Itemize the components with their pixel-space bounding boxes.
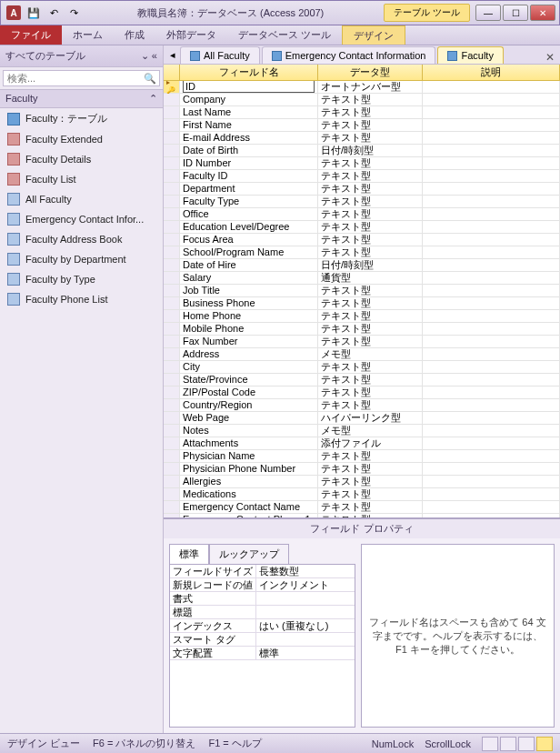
row-selector[interactable] bbox=[164, 399, 180, 411]
row-selector[interactable] bbox=[164, 132, 180, 144]
row-selector[interactable] bbox=[164, 145, 180, 156]
nav-item[interactable]: Faculty：テーブル bbox=[0, 108, 163, 129]
row-selector[interactable] bbox=[164, 412, 180, 424]
description-cell[interactable] bbox=[423, 234, 560, 246]
nav-item[interactable]: Faculty Phone List bbox=[0, 289, 163, 309]
field-name-cell[interactable]: Focus Area bbox=[180, 234, 318, 246]
data-type-cell[interactable]: テキスト型 bbox=[318, 196, 423, 207]
field-row[interactable]: Business Phoneテキスト型 bbox=[164, 297, 560, 310]
data-type-cell[interactable]: テキスト型 bbox=[318, 234, 423, 246]
field-name-cell[interactable]: City bbox=[180, 361, 318, 373]
nav-prev-icon[interactable]: ◂ bbox=[167, 46, 178, 64]
property-value[interactable]: はい (重複なし) bbox=[256, 619, 355, 632]
data-type-cell[interactable]: 通貨型 bbox=[318, 272, 423, 284]
field-row[interactable]: Education Level/Degreeテキスト型 bbox=[164, 221, 560, 234]
row-selector[interactable] bbox=[164, 374, 180, 386]
field-name-cell[interactable]: Salary bbox=[180, 272, 318, 284]
data-type-cell[interactable]: テキスト型 bbox=[318, 183, 423, 195]
field-name-cell[interactable]: Office bbox=[180, 208, 318, 220]
field-name-cell[interactable]: First Name bbox=[180, 119, 318, 131]
field-row[interactable]: Mobile Phoneテキスト型 bbox=[164, 323, 560, 336]
row-selector[interactable] bbox=[164, 387, 180, 398]
description-cell[interactable] bbox=[423, 297, 560, 309]
field-name-cell[interactable]: Medications bbox=[180, 488, 318, 500]
description-cell[interactable] bbox=[423, 170, 560, 182]
view-pivot-button[interactable] bbox=[500, 737, 516, 751]
description-cell[interactable] bbox=[423, 437, 560, 449]
data-type-cell[interactable]: テキスト型 bbox=[318, 94, 423, 105]
description-cell[interactable] bbox=[423, 132, 560, 144]
row-selector[interactable] bbox=[164, 476, 180, 487]
row-selector[interactable] bbox=[164, 246, 180, 258]
description-cell[interactable] bbox=[423, 208, 560, 220]
description-cell[interactable] bbox=[423, 259, 560, 271]
data-type-cell[interactable]: テキスト型 bbox=[318, 106, 423, 118]
field-name-cell[interactable]: Last Name bbox=[180, 106, 318, 118]
nav-item[interactable]: Emergency Contact Infor... bbox=[0, 209, 163, 229]
field-name-cell[interactable]: Web Page bbox=[180, 412, 318, 424]
field-row[interactable]: Fax Numberテキスト型 bbox=[164, 336, 560, 348]
field-row[interactable]: Officeテキスト型 bbox=[164, 208, 560, 221]
property-value[interactable] bbox=[256, 592, 355, 605]
data-type-cell[interactable]: テキスト型 bbox=[318, 285, 423, 296]
view-chart-button[interactable] bbox=[518, 737, 535, 751]
description-cell[interactable] bbox=[423, 399, 560, 411]
nav-item[interactable]: Faculty Address Book bbox=[0, 229, 163, 249]
col-field-name[interactable]: フィールド名 bbox=[180, 65, 318, 79]
field-row[interactable]: Allergiesテキスト型 bbox=[164, 476, 560, 488]
field-row[interactable]: Focus Areaテキスト型 bbox=[164, 234, 560, 246]
description-cell[interactable] bbox=[423, 348, 560, 360]
field-row[interactable]: Faculty IDテキスト型 bbox=[164, 170, 560, 183]
view-design-button[interactable] bbox=[536, 737, 553, 751]
data-type-cell[interactable]: テキスト型 bbox=[318, 374, 423, 386]
field-name-cell[interactable]: Date of Birth bbox=[180, 145, 318, 156]
document-tab[interactable]: Faculty bbox=[437, 46, 503, 64]
property-row[interactable]: 書式 bbox=[170, 592, 355, 606]
field-row[interactable]: Medicationsテキスト型 bbox=[164, 488, 560, 501]
row-selector[interactable] bbox=[164, 259, 180, 271]
field-name-cell[interactable] bbox=[180, 81, 318, 93]
description-cell[interactable] bbox=[423, 323, 560, 335]
description-cell[interactable] bbox=[423, 145, 560, 156]
redo-button[interactable]: ↷ bbox=[65, 4, 83, 22]
field-name-cell[interactable]: E-mail Address bbox=[180, 132, 318, 144]
field-name-cell[interactable]: Allergies bbox=[180, 476, 318, 487]
field-row[interactable]: ID Numberテキスト型 bbox=[164, 157, 560, 170]
row-selector[interactable] bbox=[164, 361, 180, 373]
field-name-cell[interactable]: Physician Name bbox=[180, 450, 318, 462]
property-row[interactable]: 標題 bbox=[170, 606, 355, 619]
field-row[interactable]: Date of Hire日付/時刻型 bbox=[164, 259, 560, 272]
ribbon-tab[interactable]: 作成 bbox=[114, 25, 155, 45]
row-selector[interactable] bbox=[164, 285, 180, 296]
file-tab[interactable]: ファイル bbox=[0, 25, 62, 45]
document-tab[interactable]: Emergency Contact Information bbox=[262, 46, 436, 64]
description-cell[interactable] bbox=[423, 246, 560, 258]
field-name-cell[interactable]: Country/Region bbox=[180, 399, 318, 411]
description-cell[interactable] bbox=[423, 336, 560, 347]
data-type-cell[interactable]: ハイパーリンク型 bbox=[318, 412, 423, 424]
field-name-cell[interactable]: Address bbox=[180, 348, 318, 360]
field-row[interactable]: Departmentテキスト型 bbox=[164, 183, 560, 196]
field-name-cell[interactable]: ID Number bbox=[180, 157, 318, 169]
field-grid[interactable]: ▸🔑オートナンバー型Companyテキスト型Last Nameテキスト型Firs… bbox=[164, 81, 560, 517]
data-type-cell[interactable]: テキスト型 bbox=[318, 361, 423, 373]
app-menu-button[interactable]: A bbox=[5, 4, 23, 22]
data-type-cell[interactable]: テキスト型 bbox=[318, 310, 423, 322]
row-selector[interactable] bbox=[164, 94, 180, 105]
data-type-cell[interactable]: 日付/時刻型 bbox=[318, 259, 423, 271]
description-cell[interactable] bbox=[423, 81, 560, 93]
nav-header[interactable]: すべてのテーブル ⌄ « bbox=[0, 45, 163, 67]
description-cell[interactable] bbox=[423, 387, 560, 398]
data-type-cell[interactable]: テキスト型 bbox=[318, 246, 423, 258]
row-selector[interactable]: ▸🔑 bbox=[164, 81, 180, 93]
data-type-cell[interactable]: テキスト型 bbox=[318, 387, 423, 398]
property-row[interactable]: 文字配置標準 bbox=[170, 647, 355, 660]
data-type-cell[interactable]: メモ型 bbox=[318, 425, 423, 437]
field-name-cell[interactable]: Business Phone bbox=[180, 297, 318, 309]
maximize-button[interactable]: ☐ bbox=[503, 5, 528, 21]
description-cell[interactable] bbox=[423, 285, 560, 296]
col-description[interactable]: 説明 bbox=[423, 65, 560, 79]
description-cell[interactable] bbox=[423, 221, 560, 233]
field-row[interactable]: Attachments添付ファイル bbox=[164, 437, 560, 450]
field-name-cell[interactable]: School/Program Name bbox=[180, 246, 318, 258]
